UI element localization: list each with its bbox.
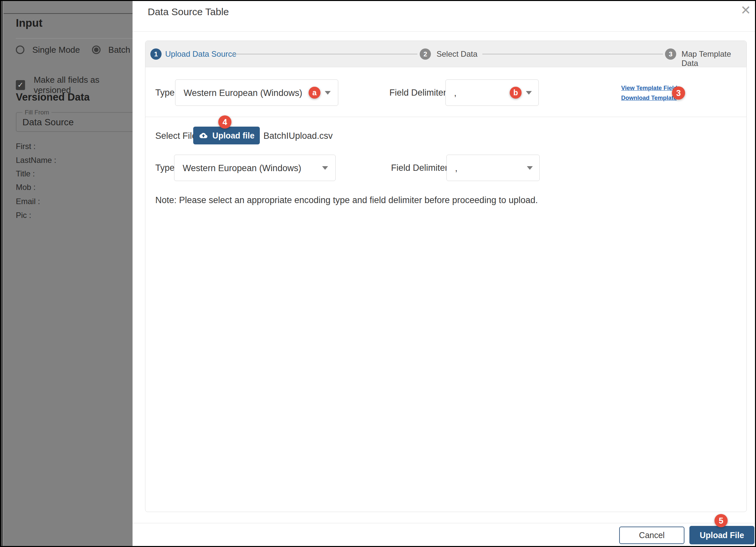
chevron-down-icon (527, 166, 533, 170)
fill-from-select[interactable]: Fill From Data Source (16, 112, 133, 132)
type-label-2: Type (155, 163, 175, 173)
fill-from-label: Fill From (22, 109, 51, 116)
data-source-table-modal: Data Source Table ✕ 1 Upload Data Source… (133, 1, 755, 546)
card-divider (145, 117, 746, 117)
wizard-stepper: 1 Upload Data Source 2 Select Data 3 Map… (145, 41, 746, 67)
chevron-down-icon (526, 91, 532, 95)
mode-radio-group: Single Mode Batch Mode (16, 44, 133, 56)
cancel-button[interactable]: Cancel (619, 527, 684, 544)
annotation-badge-5: 5 (714, 514, 728, 527)
modal-header-divider (133, 31, 755, 32)
input-section-title: Input (16, 17, 43, 29)
screenshot-root: Input Single Mode Batch Mode ✓ Make all … (0, 0, 756, 547)
annotation-badge-3: 3 (672, 86, 685, 100)
field-delimiter-value-1: , (454, 80, 457, 106)
field-label-email: Email : (16, 197, 40, 206)
radio-circle-selected-icon (92, 46, 101, 54)
field-label-first: First : (16, 142, 36, 151)
checkbox-checked-icon: ✓ (16, 80, 25, 90)
versioned-data-title: Versioned Data (16, 91, 90, 103)
field-delimiter-value-2: , (455, 155, 458, 181)
radio-circle-icon (16, 46, 24, 54)
step-3-label: Map Template Data (681, 49, 746, 68)
upload-file-button-label: Upload file (212, 131, 255, 140)
select-file-label: Select File (155, 131, 197, 141)
delimiter-label-1: Field Delimiter (389, 88, 446, 98)
toolbar-divider (4, 13, 133, 14)
field-label-lastname: LastName : (16, 156, 56, 165)
encoding-type-value-1: Western European (Windows) (184, 80, 302, 106)
step-connector-2 (482, 54, 663, 54)
step-2-label: Select Data (437, 49, 477, 59)
upload-wizard-card: 1 Upload Data Source 2 Select Data 3 Map… (145, 41, 747, 512)
step-3-circle: 3 (665, 48, 676, 60)
chevron-down-icon (325, 91, 331, 95)
encoding-note: Note: Please select an appropriate encod… (155, 195, 538, 205)
encoding-type-value-2: Western European (Windows) (183, 155, 301, 181)
close-icon[interactable]: ✕ (739, 3, 753, 17)
annotation-badge-b: b (510, 87, 522, 99)
delimiter-label-2: Field Delimiter (391, 163, 448, 173)
field-delimiter-select-2[interactable]: , (446, 155, 540, 181)
radio-batch-mode[interactable]: Batch Mode (92, 45, 133, 55)
fill-from-value: Data Source (22, 117, 74, 128)
annotation-badge-4: 4 (218, 115, 231, 129)
window-edge-line (3, 1, 4, 546)
field-label-title: Title : (16, 169, 35, 178)
step-1-label: Upload Data Source (165, 49, 236, 59)
encoding-type-select-2[interactable]: Western European (Windows) (174, 155, 336, 181)
step-1-circle: 1 (150, 48, 162, 60)
chevron-down-icon (322, 166, 328, 170)
field-delimiter-select-1[interactable]: , (445, 79, 539, 106)
radio-single-mode-label: Single Mode (32, 45, 80, 55)
download-template-link[interactable]: Download Template (621, 95, 677, 102)
modal-footer-divider (133, 523, 755, 523)
modal-title: Data Source Table (148, 6, 229, 17)
step-connector-1 (232, 54, 417, 54)
radio-batch-mode-label: Batch Mode (108, 45, 133, 55)
upload-file-button[interactable]: Upload file (193, 127, 260, 144)
radio-single-mode[interactable]: Single Mode (16, 45, 80, 55)
upload-file-submit-button[interactable]: Upload File (689, 526, 754, 544)
step-2-circle: 2 (420, 48, 431, 60)
field-label-pic: Pic : (16, 211, 31, 220)
selected-filename: BatchIUpload.csv (263, 131, 333, 141)
view-template-fields-link[interactable]: View Template Fields (621, 85, 680, 92)
cloud-upload-icon (198, 132, 208, 139)
background-input-panel: Input Single Mode Batch Mode ✓ Make all … (1, 1, 133, 546)
input-divider (16, 38, 133, 39)
field-label-mob: Mob : (16, 183, 36, 192)
annotation-badge-a: a (309, 87, 320, 99)
type-label-1: Type (155, 88, 175, 98)
